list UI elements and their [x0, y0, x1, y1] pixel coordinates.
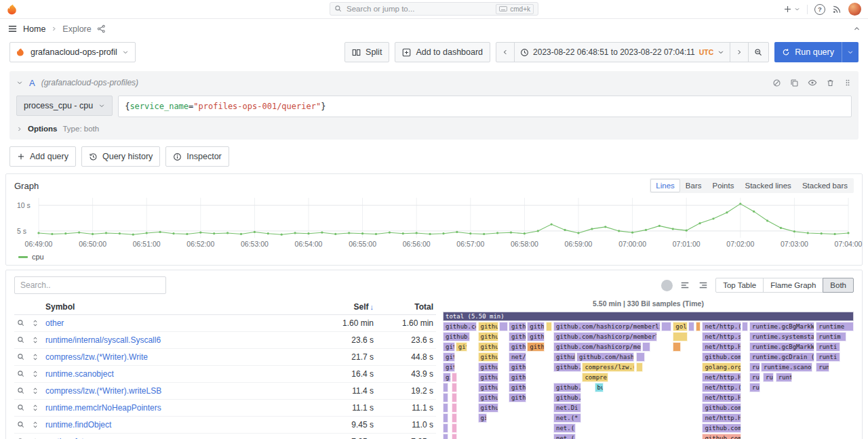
flame-node[interactable]	[452, 373, 457, 382]
flame-node[interactable]: net/http.(*c	[702, 383, 741, 392]
sandwich-view-icon[interactable]	[31, 353, 39, 361]
flame-node[interactable]	[688, 322, 695, 331]
symbol-link[interactable]: runtime.scanobject	[45, 369, 315, 379]
flame-node[interactable]	[443, 383, 448, 392]
flame-node[interactable]: runtim	[816, 332, 846, 341]
text-align-right-icon-button[interactable]	[697, 279, 709, 291]
search-symbol-icon[interactable]	[17, 336, 25, 344]
flame-node[interactable]: compress/lzw.(*W	[582, 362, 635, 372]
flame-node[interactable]: github.cc	[553, 352, 576, 362]
flame-node[interactable]: bu	[595, 383, 604, 392]
symbol-link[interactable]: compress/lzw.(*Writer).writeLSB	[45, 386, 315, 396]
flame-node[interactable]: runti	[816, 342, 840, 352]
flame-node[interactable]: github.c	[553, 383, 581, 392]
breadcrumb-home[interactable]: Home	[23, 24, 45, 34]
symbol-link[interactable]: compress/lzw.(*Writer).Write	[45, 352, 315, 362]
flame-node[interactable]	[452, 423, 457, 433]
flame-node[interactable]: git	[443, 352, 455, 362]
flame-node[interactable]: githu	[509, 322, 526, 331]
text-align-left-icon-button[interactable]	[679, 279, 691, 291]
query-expression-input[interactable]: {service_name="profiles-ops-001/querier"…	[118, 96, 852, 117]
avatar[interactable]	[848, 3, 861, 16]
flame-view-top-table[interactable]: Top Table	[715, 278, 764, 293]
flame-node[interactable]	[452, 393, 457, 402]
flame-node[interactable]: run	[749, 373, 760, 382]
flame-node[interactable]: runtime.systemstack (	[749, 332, 814, 341]
flame-node[interactable]	[636, 352, 645, 362]
hide-response-icon[interactable]	[808, 78, 817, 87]
flame-node[interactable]	[742, 322, 747, 331]
flame-node[interactable]: githu	[509, 393, 526, 402]
run-query-button[interactable]: Run query	[774, 42, 859, 62]
duplicate-query-icon[interactable]	[790, 79, 799, 87]
disable-query-icon[interactable]	[772, 79, 781, 87]
flame-node[interactable]: net.(	[553, 434, 576, 439]
sandwich-view-icon[interactable]	[31, 336, 39, 344]
flame-node[interactable]	[443, 413, 448, 423]
flame-node[interactable]: runtime.gcBgMarkWorke	[749, 322, 814, 331]
flame-node[interactable]: gola	[673, 322, 687, 331]
flame-node[interactable]	[661, 322, 671, 331]
flame-node[interactable]: github.co	[553, 393, 581, 402]
search-symbol-icon[interactable]	[17, 319, 25, 327]
flame-node[interactable]: net/http.(*c	[702, 322, 741, 331]
run-query-options-caret[interactable]	[842, 42, 859, 62]
flame-node[interactable]: gi	[443, 373, 451, 382]
drag-handle-icon[interactable]	[844, 79, 852, 87]
sandwich-view-icon[interactable]	[31, 319, 39, 327]
flame-node[interactable]: github.com/hashicorp/memberlist.(*	[553, 322, 660, 331]
flame-node[interactable]: runt	[776, 373, 792, 382]
graph-mode-points[interactable]: Points	[707, 179, 740, 192]
time-back-button[interactable]	[496, 42, 515, 62]
flame-node[interactable]	[443, 403, 448, 413]
flame-node[interactable]	[673, 332, 687, 341]
color-scheme-button[interactable]	[661, 280, 673, 291]
flame-node[interactable]: github.com/hashicorp	[576, 352, 634, 362]
flame-node[interactable]	[636, 362, 643, 372]
flame-node[interactable]	[642, 342, 650, 352]
flame-node[interactable]: githu	[527, 342, 545, 352]
flame-node[interactable]: run	[763, 373, 774, 382]
sandwich-view-icon[interactable]	[31, 404, 39, 412]
datasource-picker[interactable]: grafanacloud-ops-profil	[9, 42, 136, 62]
flame-node[interactable]	[673, 342, 681, 352]
flame-node[interactable]: gi	[478, 413, 487, 423]
column-header-self[interactable]: Self↓	[315, 302, 374, 312]
symbol-link[interactable]: runtime/internal/syscall.Syscall6	[45, 335, 315, 345]
zoom-out-button[interactable]	[748, 42, 769, 62]
share-icon[interactable]	[97, 24, 106, 33]
flame-node[interactable]: github.com/hashicorp/memberlist.(	[553, 332, 657, 341]
flame-node[interactable]: github.co	[553, 362, 581, 372]
flame-node[interactable]	[546, 322, 553, 331]
flame-node[interactable]: githu	[478, 322, 498, 331]
flame-search-input[interactable]	[14, 276, 166, 294]
flame-node[interactable]: net.(*	[553, 413, 581, 423]
graph-mode-stacked-bars[interactable]: Stacked bars	[797, 179, 853, 192]
new-menu-button[interactable]	[783, 5, 800, 14]
flame-node[interactable]: githu	[478, 373, 498, 382]
graph-mode-bars[interactable]: Bars	[680, 179, 707, 192]
flame-node[interactable]: runtime.scanobje	[761, 362, 812, 372]
flame-node[interactable]: runtime.gcDrain (55.5	[749, 352, 814, 362]
flame-node[interactable]: githu	[509, 373, 526, 382]
remove-query-icon[interactable]	[826, 79, 835, 87]
flame-node[interactable]	[452, 434, 457, 439]
flame-node[interactable]: githu	[478, 332, 498, 341]
inspector-button[interactable]: Inspector	[165, 146, 229, 167]
query-ref-id[interactable]: A	[29, 78, 35, 88]
flame-node[interactable]: golang.org/x	[702, 362, 741, 372]
flame-node[interactable]: net/http.Han	[702, 373, 741, 382]
flame-node[interactable]: github.	[443, 332, 470, 341]
query-options-toggle[interactable]: Options Type: both	[16, 125, 99, 133]
flame-node[interactable]: githu	[509, 332, 526, 341]
flame-node[interactable]: githu	[478, 403, 498, 413]
flame-node[interactable]	[452, 413, 457, 423]
flame-node[interactable]	[443, 423, 448, 433]
time-range-button[interactable]: 2023-08-22 06:48:51 to 2023-08-22 07:04:…	[514, 42, 730, 62]
sandwich-view-icon[interactable]	[31, 421, 39, 429]
flame-view-both[interactable]: Both	[823, 278, 854, 293]
query-history-button[interactable]: Query history	[81, 146, 160, 167]
flame-node[interactable]	[443, 434, 448, 439]
search-symbol-icon[interactable]	[17, 353, 25, 361]
flame-node[interactable]: github.com/g	[702, 352, 741, 362]
